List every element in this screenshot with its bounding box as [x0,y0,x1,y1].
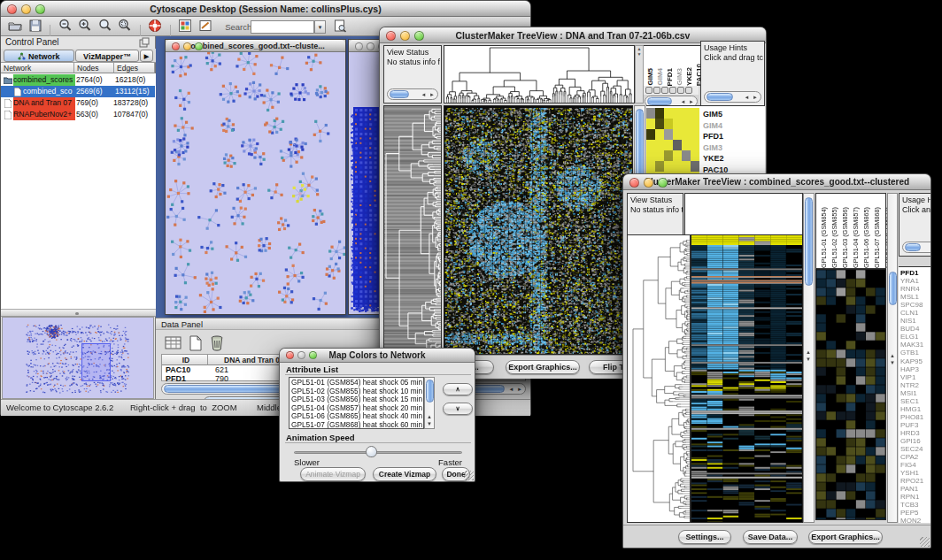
search-input[interactable] [251,20,314,34]
tv1-column-label[interactable]: GIM3 [676,68,683,86]
zoom-button[interactable] [195,42,203,50]
float-panel-icon[interactable] [139,37,150,50]
tv2-gene-label[interactable]: MSI1 [900,389,931,397]
table-cell-id[interactable]: PFD1 [166,375,186,383]
lifering-icon[interactable] [146,18,164,35]
tv2-gene-label[interactable]: RNR4 [900,285,931,293]
tab-overflow-button[interactable]: ▶ [140,50,153,62]
tv1-dendro-resize-strip[interactable]: ▲▼ [635,45,644,104]
tv2-gene-label[interactable]: SEC1 [900,397,931,405]
export-graphics-button[interactable]: Export Graphics... [506,360,580,374]
scrollbar-thumb[interactable] [647,97,672,105]
settings-button[interactable]: Settings... [678,530,731,544]
tv1-column-label[interactable]: PFD1 [666,68,674,86]
tv2-gene-label[interactable]: ELG1 [900,333,931,341]
dialog-titlebar[interactable]: Map Colors to Network [280,349,475,363]
scrollbar-thumb[interactable] [905,243,921,251]
overview-viewport[interactable] [81,343,111,381]
scroll-down-icon[interactable]: ▼ [806,357,811,363]
delete-attribute-icon[interactable] [209,334,225,353]
tv1-gene-label[interactable]: YKE2 [703,153,728,165]
scrollbar-thumb[interactable] [889,272,897,305]
scrollbar-thumb[interactable] [426,380,434,403]
tv2-heatmap[interactable] [691,234,803,523]
minimize-button[interactable] [400,31,410,41]
save-session-icon[interactable] [27,18,44,35]
tv2-row-dendrogram-canvas[interactable] [628,235,690,522]
tv2-heatmap-vscrollbar[interactable]: ▲ ▼ [803,193,815,523]
network-row-dna-tran[interactable]: DNA and Tran 07 769(0) 183728(0) [1,97,155,109]
vizmapper-icon[interactable] [176,18,194,35]
close-button[interactable] [286,351,294,359]
table-cell-value[interactable]: 790 [215,375,228,383]
tv1-usage-hscrollbar[interactable]: ◄ ► [704,91,761,103]
attribute-list-item[interactable]: GPL51-07 (GSM868) heat shock 60 min [291,421,423,429]
tv2-column-label[interactable]: GPL51-02 (GSM855) [830,207,838,268]
tv2-gene-label[interactable]: PAN1 [900,485,931,493]
scroll-arrows-icon[interactable]: ◄ ► [508,386,523,394]
tv2-column-label[interactable]: GPL51-06 (GSM865) [862,207,870,268]
tv2-column-label[interactable]: GPL51-04 (GSM857) [852,207,860,268]
tv2-gene-label[interactable]: RPO21 [900,477,931,485]
tv2-column-dendrogram-area[interactable] [684,193,803,234]
column-header-id[interactable]: ID [162,355,208,365]
tree-tool-icon[interactable] [661,87,668,94]
search-options-icon[interactable] [332,18,348,35]
tv2-gene-label[interactable]: PHO81 [900,413,931,421]
tv2-gene-label[interactable]: PUF3 [900,421,931,429]
cytoscape-titlebar[interactable]: Cytoscape Desktop (Session Name: collins… [1,1,530,17]
new-attribute-icon[interactable] [188,335,204,353]
save-data-button[interactable]: Save Data... [743,530,798,544]
tree-tool-icon[interactable] [685,87,692,94]
zoom-fit-icon[interactable] [97,18,114,35]
minimize-button[interactable] [183,42,191,50]
tab-network[interactable]: Network [4,50,74,62]
column-header-network[interactable]: Network [1,63,74,73]
scroll-down-icon[interactable]: ▼ [427,421,432,427]
tv2-gene-label[interactable]: SEC24 [900,445,931,453]
tv1-column-label[interactable]: GIM4 [656,68,664,86]
move-down-button[interactable]: ∨ [443,403,473,415]
scroll-up-icon[interactable]: ▲ [890,353,895,359]
tv2-gene-label[interactable]: HAP3 [900,365,931,373]
zoom-in-icon[interactable] [76,18,94,35]
tv2-gene-label[interactable]: VIP1 [900,373,931,381]
tv2-gene-label[interactable]: MAK31 [900,341,931,349]
move-up-button[interactable]: ∧ [443,383,473,395]
tv1-column-label[interactable]: YKE2 [685,67,693,86]
tv2-gene-label[interactable]: TCB3 [900,501,931,509]
tv2-gene-label[interactable]: HMG1 [900,405,931,413]
tv2-detail-heatmap[interactable] [815,269,886,520]
speed-slider-thumb[interactable] [366,446,377,457]
tv2-gene-label[interactable]: CLN1 [900,309,931,317]
attribute-table-icon[interactable] [165,335,182,353]
tv1-column-dendrogram[interactable] [444,45,635,104]
tv1-heatmap[interactable] [444,105,633,355]
tree-tool-icon[interactable] [669,87,676,94]
tv1-column-dendrogram-canvas[interactable] [444,46,634,103]
tree-tool-icon[interactable] [645,87,652,94]
tree-tool-icon[interactable] [653,87,660,94]
tv2-column-label[interactable]: GPL51-03 (GSM856) [841,207,849,268]
tv2-gene-label[interactable]: RPN1 [900,493,931,501]
tv2-detail-vscrollbar[interactable]: ▲ ▼ [887,193,898,523]
zoom-button[interactable] [658,178,668,188]
zoom-button[interactable] [309,351,317,359]
zoom-selected-icon[interactable] [116,18,134,35]
tv2-row-dendrogram[interactable] [627,234,691,523]
tv2-heatmap-canvas[interactable] [691,235,802,522]
close-button[interactable] [386,31,396,41]
tv1-gene-label[interactable]: GIM3 [703,142,728,154]
zoom-button[interactable] [414,31,424,41]
scroll-arrows-icon[interactable]: ◄ ► [421,91,436,99]
tv2-gene-label[interactable]: MON2 [900,517,931,523]
tv2-column-label[interactable]: GPL51-01 (GSM854) [820,207,828,268]
network-row-rnapuber[interactable]: RNAPuberNov2+ 563(0) 107847(0) [1,109,155,120]
minimize-button[interactable] [297,351,305,359]
scroll-up-icon[interactable]: ▲ [427,414,432,420]
annotation-icon[interactable] [197,18,214,35]
tv2-gene-label[interactable]: YSH1 [900,469,931,477]
export-graphics-button[interactable]: Export Graphics... [808,530,883,544]
resize-grip-icon[interactable] [464,471,474,480]
tree-tool-icon[interactable] [677,87,684,94]
